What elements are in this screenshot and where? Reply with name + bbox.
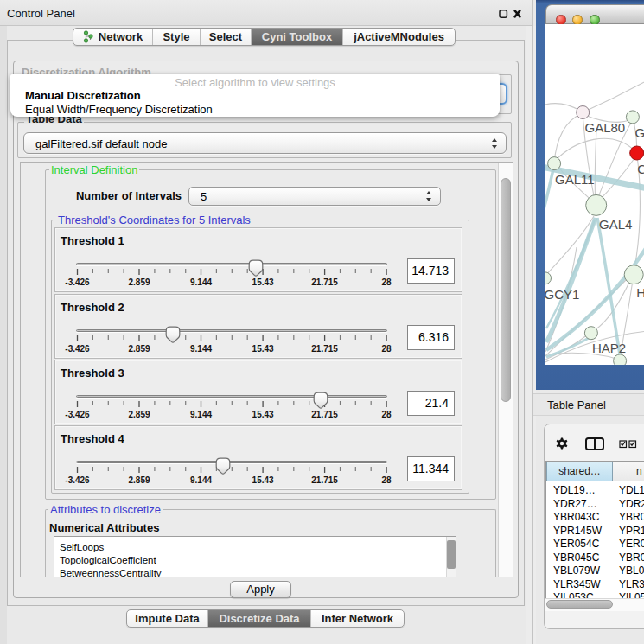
svg-text:GAL11: GAL11: [555, 172, 595, 187]
svg-text:GCY1: GCY1: [545, 287, 579, 302]
svg-text:G..: G..: [635, 125, 644, 140]
svg-text:GAL4: GAL4: [599, 217, 632, 232]
svg-text:H: H: [636, 285, 644, 300]
svg-text:C: C: [637, 162, 644, 176]
svg-text:HAP2: HAP2: [592, 341, 626, 355]
svg-text:GAL80: GAL80: [585, 120, 626, 135]
